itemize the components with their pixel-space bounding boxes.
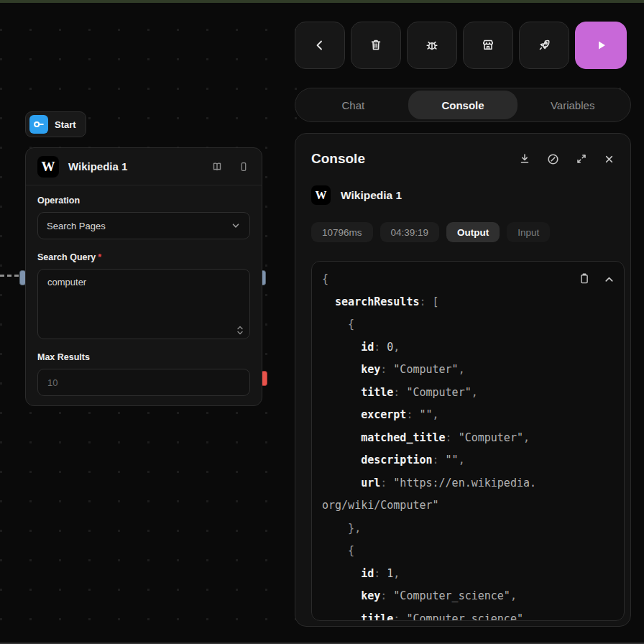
tab-console[interactable]: Console <box>408 91 518 119</box>
wikipedia-logo-icon: W <box>37 156 59 178</box>
operation-selected-value: Search Pages <box>47 221 231 231</box>
required-asterisk: * <box>98 252 101 262</box>
wikipedia-node-card[interactable]: W Wikipedia 1 Operation Search <box>25 147 262 406</box>
operation-select[interactable]: Search Pages <box>37 212 250 239</box>
download-icon[interactable] <box>518 152 532 166</box>
panel-tabbar: Chat Console Variables <box>295 88 631 122</box>
top-toolbar <box>295 22 627 69</box>
mobile-preview-icon[interactable] <box>237 160 250 174</box>
wikipedia-node-header: W Wikipedia 1 <box>26 148 262 185</box>
console-title: Console <box>311 151 518 167</box>
workflow-canvas[interactable]: Start W Wikipedia 1 <box>0 0 644 644</box>
bug-icon <box>423 37 441 54</box>
max-results-label: Max Results <box>37 352 250 362</box>
search-query-input[interactable]: computer <box>38 270 249 339</box>
collapse-chevron-up-icon[interactable] <box>603 274 615 285</box>
start-node-label: Start <box>55 119 76 130</box>
docs-book-icon[interactable] <box>210 160 224 174</box>
play-icon <box>593 37 609 53</box>
trash-icon <box>367 37 385 54</box>
console-panel: Console <box>295 133 631 627</box>
console-node-row: W Wikipedia 1 <box>311 185 615 205</box>
copy-icon[interactable] <box>577 271 592 287</box>
debug-button[interactable] <box>407 22 457 69</box>
deploy-button[interactable] <box>519 22 569 69</box>
tab-variables[interactable]: Variables <box>518 91 627 119</box>
run-button[interactable] <box>575 22 627 69</box>
delete-button[interactable] <box>351 22 401 69</box>
store-icon <box>479 37 497 54</box>
timestamp-badge: 04:39:19 <box>380 222 440 242</box>
start-node[interactable]: Start <box>25 111 86 137</box>
console-code[interactable]: { searchResults: [ { id: 0, key: "Comput… <box>312 262 624 621</box>
chevron-down-icon <box>231 221 241 231</box>
output-code-block[interactable]: { searchResults: [ { id: 0, key: "Comput… <box>311 261 625 621</box>
duration-badge: 10796ms <box>311 222 373 242</box>
tab-chat[interactable]: Chat <box>298 91 408 119</box>
input-toggle[interactable]: Input <box>507 222 550 242</box>
incoming-edge-dashed <box>0 275 19 277</box>
top-window-strip <box>0 0 644 3</box>
resize-handle-icon[interactable] <box>236 326 244 335</box>
rocket-icon <box>535 37 553 54</box>
max-results-input[interactable] <box>37 369 250 396</box>
output-toggle[interactable]: Output <box>446 222 500 242</box>
start-node-icon <box>29 115 48 134</box>
expand-icon[interactable] <box>574 152 589 166</box>
search-query-label: Search Query* <box>37 252 250 262</box>
console-node-name: Wikipedia 1 <box>341 189 402 202</box>
close-icon[interactable] <box>602 152 616 166</box>
marketplace-button[interactable] <box>463 22 513 69</box>
back-button[interactable] <box>295 22 345 69</box>
console-badges: 10796ms 04:39:19 Output Input <box>311 222 615 242</box>
operation-label: Operation <box>37 196 250 206</box>
wikipedia-logo-icon: W <box>311 185 331 205</box>
chevron-left-icon <box>312 37 328 53</box>
wikipedia-node-title: Wikipedia 1 <box>68 160 201 172</box>
clear-console-icon[interactable] <box>546 152 561 167</box>
